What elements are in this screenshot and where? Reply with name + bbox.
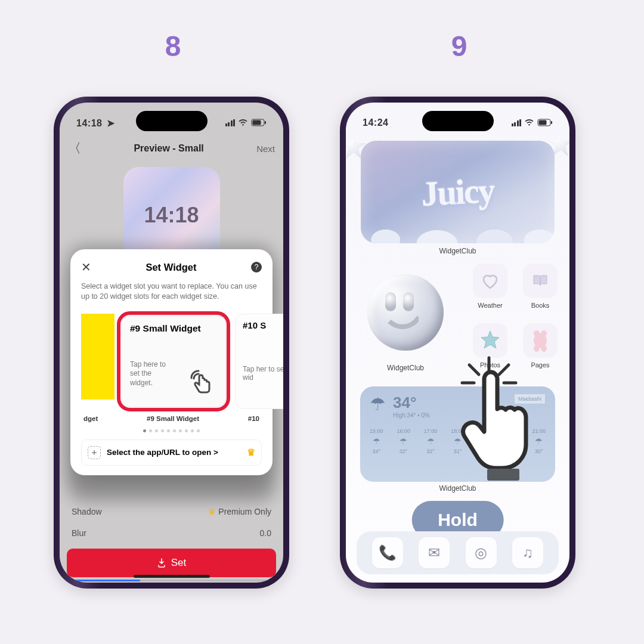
modal-title: Set Widget: [145, 262, 196, 273]
step-9-container: 9: [334, 30, 584, 63]
signal-icon: [512, 119, 522, 126]
phone-app[interactable]: 📞: [372, 537, 403, 568]
music-app[interactable]: ♫: [512, 537, 543, 568]
back-button[interactable]: 〈: [68, 140, 81, 157]
slot-10-peek[interactable]: #10 S Tap her to set the wid: [235, 314, 283, 409]
heart-icon: [473, 264, 507, 298]
slot-9-title: #9 Small Widget: [130, 323, 217, 334]
dynamic-island: [136, 111, 208, 131]
next-button[interactable]: Next: [256, 144, 275, 154]
add-icon: ＋: [88, 446, 101, 459]
select-app-label: Select the app/URL to open >: [107, 448, 218, 457]
shadow-label: Shadow: [72, 507, 102, 516]
phone-step-9: 14:24 Juicy WidgetClub WidgetClub Weathe…: [340, 97, 575, 589]
wifi-icon: [238, 118, 248, 128]
modal-header: ✕ Set Widget ?: [81, 260, 262, 274]
svg-rect-2: [265, 121, 266, 124]
status-time: 14:18 ➤: [76, 117, 114, 129]
hour-col: 17:00☂32°: [424, 428, 438, 454]
status-indicators: [512, 118, 553, 128]
slot-9-hint: Tap here to set the widget.: [130, 360, 172, 388]
tap-icon: [187, 368, 216, 398]
download-icon: [157, 558, 166, 568]
navbar: 〈 Preview - Small Next: [60, 135, 283, 162]
battery-icon: [251, 118, 267, 128]
umbrella-icon: ☂: [370, 394, 386, 414]
cap-right: #10: [248, 415, 259, 422]
smiley-widget[interactable]: [357, 264, 454, 361]
svg-rect-4: [539, 120, 547, 125]
select-app-row[interactable]: ＋ Select the app/URL to open > ♛: [81, 439, 262, 466]
dynamic-island: [422, 111, 494, 131]
slot-9-highlighted[interactable]: #9 Small Widget Tap here to set the widg…: [117, 311, 230, 411]
crown-icon: ♛: [247, 447, 255, 458]
status-indicators: [225, 118, 267, 128]
premium-label: ♛ Premium Only: [208, 507, 271, 516]
home-screen[interactable]: 14:24 Juicy WidgetClub WidgetClub Weathe…: [346, 103, 569, 583]
safari-app[interactable]: ◎: [466, 537, 497, 568]
screen: 14:18 ➤ 〈 Preview - Small Next 14:18 Sha…: [60, 103, 283, 583]
books-label: Books: [531, 302, 550, 309]
svg-line-13: [499, 365, 509, 374]
battery-icon: [537, 118, 553, 128]
crown-icon: ♛: [208, 507, 216, 516]
books-icon: [523, 264, 558, 298]
wifi-icon: [524, 118, 534, 128]
status-time-text: 14:18: [76, 118, 102, 128]
home-indicator: [134, 575, 210, 578]
phone-frame: 14:24 Juicy WidgetClub WidgetClub Weathe…: [340, 97, 575, 589]
hold-label: Hold: [438, 510, 478, 530]
weather-temp: 34°: [393, 394, 430, 412]
help-icon[interactable]: ?: [251, 262, 262, 273]
svg-rect-5: [551, 121, 552, 124]
umbrella-icon: ☂: [427, 436, 435, 446]
page-progress: [74, 580, 269, 581]
weather-sub: High:34° • 0%: [393, 412, 430, 419]
slot-10-hint: Tap her to set the wid: [243, 365, 283, 382]
hold-gesture-icon: [456, 351, 546, 496]
smiley-face-icon: [367, 274, 444, 351]
dock: 📞 ✉ ◎ ♫: [357, 531, 559, 574]
mail-app[interactable]: ✉: [419, 537, 450, 568]
step-8-container: 8: [48, 30, 298, 63]
status-time-text: 14:24: [363, 117, 388, 128]
weather-label: Weather: [478, 302, 502, 309]
phone-frame: 14:18 ➤ 〈 Preview - Small Next 14:18 Sha…: [54, 97, 289, 589]
umbrella-icon: ☂: [400, 436, 407, 446]
step-number-9: 9: [334, 30, 584, 63]
options-panel: Shadow ♛ Premium Only Blur 0.0: [60, 502, 283, 552]
svg-line-12: [469, 365, 479, 374]
juicy-widget[interactable]: Juicy: [361, 141, 555, 243]
location-icon: ➤: [107, 117, 114, 129]
slot-8-peek[interactable]: [81, 314, 114, 400]
set-label: Set: [171, 557, 187, 569]
carousel-dots: [81, 429, 262, 432]
navbar-title: Preview - Small: [134, 143, 203, 154]
cap-mid: #9 Small Widget: [147, 415, 199, 422]
hour-col: 15:00☂34°: [370, 428, 383, 454]
phone-step-8: 14:18 ➤ 〈 Preview - Small Next 14:18 Sha…: [54, 97, 289, 589]
books-app[interactable]: Books: [520, 264, 561, 309]
umbrella-icon: ☂: [373, 436, 380, 446]
svg-rect-16: [487, 469, 519, 481]
slot-captions: dget #9 Small Widget #10: [81, 415, 262, 422]
set-button[interactable]: Set: [67, 549, 276, 577]
weather-app[interactable]: Weather: [470, 264, 510, 309]
widget-slot-carousel[interactable]: #9 Small Widget Tap here to set the widg…: [81, 311, 262, 425]
close-button[interactable]: ✕: [81, 260, 91, 274]
widget-caption-1: WidgetClub: [346, 247, 569, 255]
modal-description: Select a widget slot you want to replace…: [81, 281, 262, 302]
blur-row: Blur 0.0: [70, 524, 273, 543]
hour-col: 16:00☂32°: [397, 428, 410, 454]
shadow-row: Shadow ♛ Premium Only: [70, 502, 273, 521]
preview-time: 14:18: [144, 203, 199, 228]
svg-rect-1: [253, 120, 261, 125]
slot-10-title: #10 S: [243, 320, 283, 330]
cap-left: dget: [83, 415, 98, 422]
blur-label: Blur: [72, 528, 86, 538]
clouds-decoration: [361, 215, 555, 243]
step-number-8: 8: [48, 30, 298, 63]
signal-icon: [225, 119, 236, 126]
blur-value: 0.0: [260, 528, 271, 538]
widget-caption-2: WidgetClub: [357, 364, 454, 372]
